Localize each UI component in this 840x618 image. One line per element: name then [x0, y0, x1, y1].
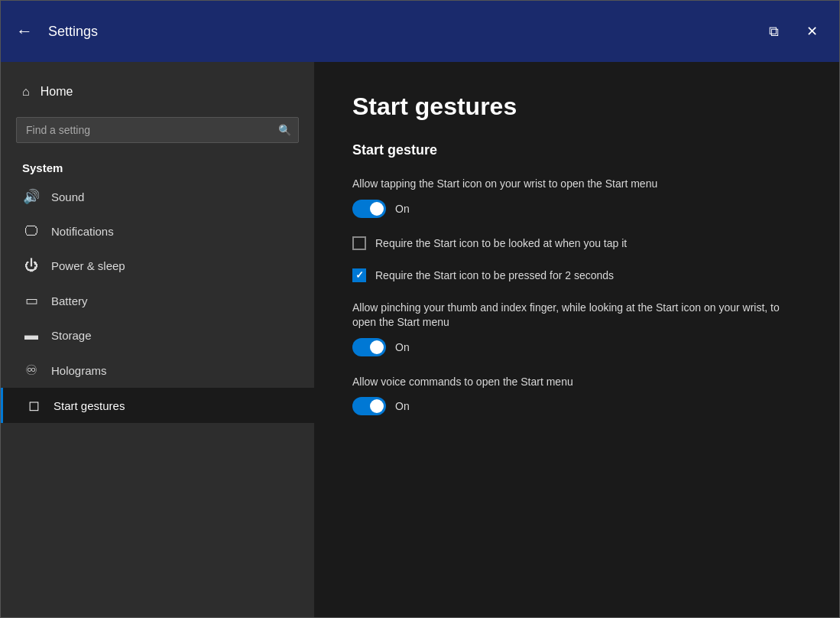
- search-box: 🔍: [16, 117, 299, 143]
- start-gestures-icon: ◻: [24, 397, 43, 414]
- storage-icon: ▬: [22, 327, 41, 343]
- setting-pinch-start: Allow pinching your thumb and index fing…: [352, 301, 801, 356]
- sidebar-section-system: System: [1, 154, 314, 179]
- setting-look-at-start: Require the Start icon to be looked at w…: [352, 236, 801, 250]
- toggle-pinch-start-slider: [352, 338, 386, 356]
- sidebar-item-label: Power & sleep: [51, 259, 125, 272]
- page-title: Start gestures: [352, 93, 801, 121]
- titlebar-controls: ⧉ ✕: [763, 21, 824, 41]
- sidebar-item-home[interactable]: ⌂ Home: [1, 77, 314, 106]
- section-title: Start gesture: [352, 142, 801, 158]
- setting-voice-commands: Allow voice commands to open the Start m…: [352, 375, 801, 416]
- sidebar-item-holograms[interactable]: ♾ Holograms: [1, 353, 314, 388]
- checkbox-press-label: Require the Start icon to be pressed for…: [375, 269, 614, 281]
- sidebar-item-start-gestures[interactable]: ◻ Start gestures: [1, 388, 314, 423]
- sidebar-item-label: Storage: [51, 329, 92, 342]
- checkbox-row-look: Require the Start icon to be looked at w…: [352, 236, 801, 250]
- checkbox-row-press: Require the Start icon to be pressed for…: [352, 268, 801, 282]
- toggle-voice-slider: [352, 397, 386, 415]
- holograms-icon: ♾: [22, 362, 41, 379]
- setting-tap-start-icon: Allow tapping the Start icon on your wri…: [352, 177, 801, 218]
- close-button[interactable]: ✕: [800, 21, 824, 41]
- sidebar-item-battery[interactable]: ▭ Battery: [1, 283, 314, 318]
- battery-icon: ▭: [22, 292, 41, 309]
- setting-description: Allow pinching your thumb and index fing…: [352, 301, 801, 330]
- sidebar-item-storage[interactable]: ▬ Storage: [1, 318, 314, 353]
- content-area: ⌂ Home 🔍 System 🔊 Sound 🖵 Notifications …: [1, 62, 839, 617]
- checkbox-look-at-start[interactable]: [352, 236, 366, 250]
- setting-description: Allow voice commands to open the Start m…: [352, 375, 801, 390]
- back-button[interactable]: ←: [16, 23, 33, 40]
- setting-description: Allow tapping the Start icon on your wri…: [352, 177, 801, 192]
- toggle-row: On: [352, 397, 801, 415]
- toggle-row: On: [352, 338, 801, 356]
- sidebar-item-label: Start gestures: [54, 399, 125, 412]
- checkbox-press-2sec[interactable]: [352, 268, 366, 282]
- sound-icon: 🔊: [22, 188, 41, 205]
- toggle-tap-start-label: On: [395, 203, 410, 215]
- toggle-voice-commands[interactable]: [352, 397, 386, 415]
- sidebar-item-notifications[interactable]: 🖵 Notifications: [1, 214, 314, 249]
- setting-press-2sec: Require the Start icon to be pressed for…: [352, 268, 801, 282]
- sidebar-item-sound[interactable]: 🔊 Sound: [1, 179, 314, 214]
- toggle-tap-start[interactable]: [352, 200, 386, 218]
- sidebar-item-label: Sound: [51, 190, 84, 203]
- sidebar-item-label: Battery: [51, 294, 88, 307]
- toggle-row: On: [352, 200, 801, 218]
- main-content: Start gestures Start gesture Allow tappi…: [314, 62, 839, 617]
- checkbox-look-label: Require the Start icon to be looked at w…: [375, 237, 627, 249]
- notifications-icon: 🖵: [22, 223, 41, 239]
- toggle-pinch-label: On: [395, 341, 410, 353]
- toggle-tap-start-slider: [352, 200, 386, 218]
- toggle-pinch-start[interactable]: [352, 338, 386, 356]
- power-icon: ⏻: [22, 258, 41, 274]
- settings-window: ← Settings ⧉ ✕ ⌂ Home 🔍 System 🔊 Sound: [0, 0, 840, 618]
- search-icon: 🔍: [278, 124, 291, 136]
- toggle-voice-label: On: [395, 400, 410, 412]
- sidebar: ⌂ Home 🔍 System 🔊 Sound 🖵 Notifications …: [1, 62, 314, 617]
- sidebar-home-label: Home: [41, 85, 73, 99]
- home-icon: ⌂: [22, 85, 30, 99]
- titlebar: ← Settings ⧉ ✕: [1, 1, 839, 62]
- search-input[interactable]: [16, 117, 299, 143]
- sidebar-item-label: Holograms: [51, 364, 107, 377]
- sidebar-item-label: Notifications: [51, 225, 114, 238]
- titlebar-title: Settings: [48, 24, 763, 40]
- restore-button[interactable]: ⧉: [763, 21, 785, 41]
- sidebar-item-power-sleep[interactable]: ⏻ Power & sleep: [1, 249, 314, 283]
